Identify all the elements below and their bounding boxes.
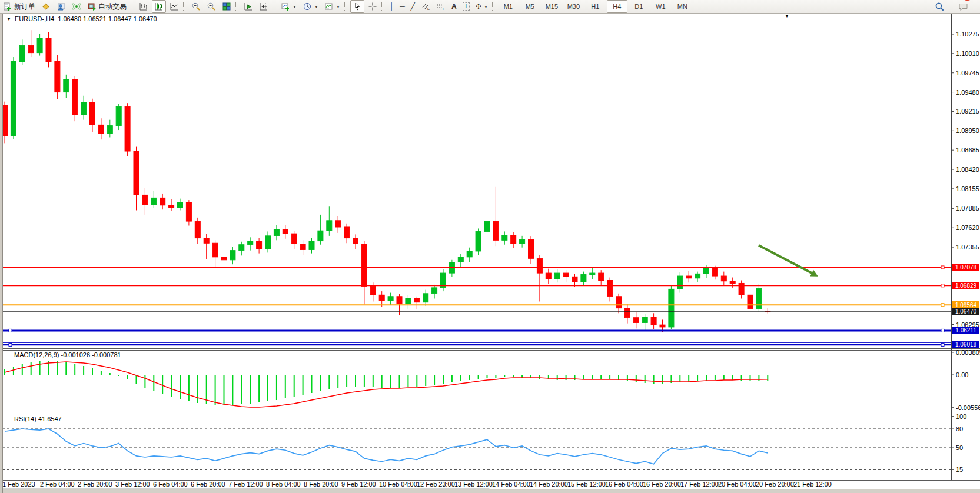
zoom-out-icon xyxy=(207,2,216,11)
candle xyxy=(423,294,428,302)
timeframe-w1-button[interactable]: W1 xyxy=(650,0,671,13)
candle xyxy=(397,297,402,304)
macd-indicator-label: MACD(12,26,9) -0.001026 -0.000781 xyxy=(14,351,121,358)
candle xyxy=(712,268,717,276)
toolbar-drag-handle[interactable] xyxy=(131,2,134,11)
bar-chart-type-button[interactable] xyxy=(137,0,151,13)
candle xyxy=(370,286,376,295)
timeframe-group: M1M5M15M30H1H4D1W1MN xyxy=(497,0,693,13)
chart-area[interactable]: 1.102751.100101.097451.094801.092151.089… xyxy=(0,0,980,493)
toolbar-drag-handle[interactable] xyxy=(183,2,186,11)
candle xyxy=(239,245,244,251)
candle xyxy=(90,102,95,125)
arrows-tool-button[interactable]: ✣ ▼ xyxy=(473,0,490,13)
auto-scroll-icon xyxy=(244,2,253,11)
toolbar-drag-handle[interactable] xyxy=(492,2,495,11)
autotrading-button[interactable]: 自动交易 xyxy=(85,0,129,13)
price-tick-label: 1.07355 xyxy=(956,244,979,251)
svg-text:F: F xyxy=(443,7,445,11)
line-handle[interactable] xyxy=(941,329,944,332)
candle xyxy=(529,239,534,258)
dropdown-icon[interactable]: ▼ xyxy=(314,5,318,9)
zoom-out-button[interactable] xyxy=(204,0,218,13)
date-label: 14 Feb 04:00 xyxy=(492,481,530,488)
line-handle[interactable] xyxy=(941,266,944,269)
candle xyxy=(695,274,700,278)
line-handle[interactable] xyxy=(941,304,944,307)
text-label-tool-button[interactable]: T xyxy=(460,0,472,13)
candle xyxy=(677,276,683,289)
notifications-button[interactable]: 1 xyxy=(956,0,971,13)
trendline-tool-button[interactable]: ╱ xyxy=(408,0,417,13)
text-tool-button[interactable]: A xyxy=(449,0,459,13)
timeframe-mn-button[interactable]: MN xyxy=(672,0,693,13)
market-watch-button[interactable] xyxy=(39,0,53,13)
new-order-button[interactable]: 新订单 xyxy=(1,0,38,13)
line-handle[interactable] xyxy=(9,329,12,332)
timeframe-m30-button[interactable]: M30 xyxy=(563,0,584,13)
candle xyxy=(28,45,34,52)
fibonacci-tool-button[interactable]: F xyxy=(434,0,448,13)
candle xyxy=(134,151,139,195)
date-label: 2 Feb 04:00 xyxy=(40,481,75,488)
timeframe-d1-button[interactable]: D1 xyxy=(629,0,649,13)
terminal-button[interactable] xyxy=(54,0,68,13)
signals-button[interactable] xyxy=(69,0,84,13)
candlestick-chart-type-button[interactable] xyxy=(152,0,166,13)
chart-shift-marker[interactable]: ▼ xyxy=(785,14,789,19)
date-label: 20 Feb 04:00 xyxy=(718,481,756,488)
search-button[interactable] xyxy=(932,0,947,13)
candle xyxy=(467,251,472,257)
zoom-in-button[interactable] xyxy=(189,0,203,13)
price-tick-label: 1.08950 xyxy=(956,127,979,134)
candle xyxy=(116,106,121,125)
date-axis[interactable]: 1 Feb 20232 Feb 04:002 Feb 20:003 Feb 12… xyxy=(2,481,832,488)
line-handle[interactable] xyxy=(9,343,12,346)
candle xyxy=(520,239,525,244)
vertical-line-tool-button[interactable]: │ xyxy=(387,0,397,13)
toolbar-drag-handle[interactable] xyxy=(381,2,384,11)
auto-scroll-button[interactable] xyxy=(241,0,255,13)
macd-scale-label: 0.003805 xyxy=(956,349,980,356)
timeframe-m5-button[interactable]: M5 xyxy=(520,0,540,13)
cursor-tool-button[interactable] xyxy=(350,0,364,13)
candle xyxy=(599,273,604,280)
date-label: 7 Feb 12:00 xyxy=(228,481,263,488)
crosshair-tool-button[interactable] xyxy=(366,0,380,13)
chart-shift-button[interactable] xyxy=(257,0,271,13)
line-chart-type-button[interactable] xyxy=(167,0,181,13)
equidistant-channel-tool-button[interactable]: E xyxy=(418,0,433,13)
candle xyxy=(660,325,665,327)
dropdown-icon[interactable]: ▼ xyxy=(293,5,297,9)
fibonacci-icon: F xyxy=(436,2,446,11)
dropdown-icon[interactable]: ▼ xyxy=(336,5,340,9)
candle xyxy=(204,238,209,244)
price-tag-1.06829: 1.06829 xyxy=(952,282,979,289)
timeframe-m15-button[interactable]: M15 xyxy=(542,0,562,13)
toolbar-drag-handle[interactable] xyxy=(344,2,347,11)
date-label: 2 Feb 20:00 xyxy=(78,481,112,488)
candle xyxy=(546,273,551,279)
text-icon: A xyxy=(451,2,457,11)
line-handle[interactable] xyxy=(941,284,944,287)
rsi-level-label: 50 xyxy=(956,444,963,451)
toolbar-drag-handle[interactable] xyxy=(235,2,238,11)
equidistant-channel-icon: E xyxy=(421,2,430,11)
timeframe-m1-button[interactable]: M1 xyxy=(498,0,519,13)
price-tick-label: 1.08685 xyxy=(956,146,979,154)
periods-button[interactable]: ▼ xyxy=(300,0,321,13)
toolbar-drag-handle[interactable] xyxy=(273,2,275,11)
horizontal-line-tool-button[interactable]: ─ xyxy=(397,0,407,13)
line-handle[interactable] xyxy=(941,343,944,346)
templates-button[interactable]: ▼ xyxy=(322,0,343,13)
date-label: 3 Feb 12:00 xyxy=(115,481,150,488)
candle xyxy=(730,281,735,284)
candle xyxy=(186,202,191,221)
collapse-icon[interactable]: ▼ xyxy=(6,16,11,22)
tile-windows-button[interactable] xyxy=(220,0,234,13)
timeframe-h4-button[interactable]: H4 xyxy=(607,0,627,13)
add-indicator-button[interactable]: ▼ xyxy=(278,0,299,13)
candle xyxy=(554,273,560,279)
timeframe-h1-button[interactable]: H1 xyxy=(585,0,606,13)
dropdown-icon[interactable]: ▼ xyxy=(484,5,488,9)
